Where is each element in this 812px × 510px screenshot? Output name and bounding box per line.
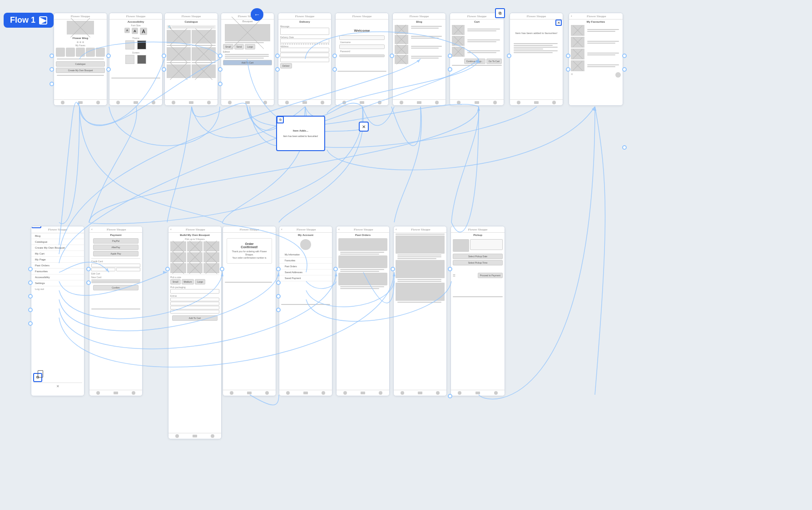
- conn-dot: [106, 67, 111, 72]
- conn-dot: [276, 267, 281, 271]
- delivery-screen: Delivery Pa... Flower Shoppe Delivery Me…: [278, 13, 332, 106]
- conn-dot: [50, 54, 54, 58]
- conn-dot: [566, 54, 570, 58]
- item-added-top-screen: Item Adde... Flower Shoppe ✕ Item has be…: [510, 13, 563, 106]
- conn-dot: [218, 82, 223, 86]
- menu-bar-screen: Menu Bar ⧉ Flower Shoppe Blog Catalogue …: [31, 226, 84, 396]
- conn-dot: [165, 267, 170, 271]
- flow-label-text: Flow 1: [10, 15, 35, 25]
- conn-dot: [390, 54, 394, 58]
- x-modal[interactable]: ✕: [359, 122, 369, 132]
- conn-dot: [622, 67, 627, 72]
- conn-dot: [28, 294, 33, 299]
- conn-dot: [332, 54, 337, 58]
- item-added-modal-text: Item has been added to favourites!: [283, 135, 318, 137]
- conn-dot: [276, 280, 281, 285]
- conn-dot: [275, 67, 280, 72]
- confirmation-screen: Confirmati... Flower Shoppe OrderConfirm…: [223, 226, 276, 396]
- conn-dot: [86, 267, 91, 271]
- conn-dot: [218, 67, 223, 72]
- home-page-screen: Home Page Flower Shoppe Flower Blog My F…: [54, 13, 107, 106]
- copy-icon-cart[interactable]: ⧉: [495, 8, 505, 18]
- conn-dot: [218, 54, 223, 58]
- conn-dot: [622, 54, 627, 58]
- conn-dot: [50, 67, 54, 72]
- item-added-modal: ⧉ Item Adde... Item has been added to fa…: [276, 116, 325, 151]
- login-screen: Login Scre... Flower Shoppe Welcome User…: [335, 13, 389, 106]
- conn-dot: [566, 67, 570, 72]
- conn-dot: [332, 67, 337, 72]
- payment-screen: Payment P... ‹ Flower Shoppe Payment Pay…: [89, 226, 143, 396]
- conn-dot: [622, 145, 627, 150]
- favourites-screen: Favourites ... ‹ Flower Shoppe My Favour…: [569, 13, 623, 106]
- blog-page-screen: Blog Page ‹ Flower Shoppe: [393, 226, 447, 396]
- menu-bar-copy-icon[interactable]: ⧉: [31, 226, 41, 228]
- play-icon: ▶: [39, 16, 47, 25]
- user-page-screen: User Page ‹ Flower Shoppe My Account My …: [279, 226, 332, 396]
- conn-dot: [391, 267, 395, 271]
- conn-dot: [28, 321, 33, 326]
- conn-dot: [448, 394, 452, 398]
- past-orders-screen: Past Order... ‹ Flower Shoppe Past Order…: [336, 226, 390, 396]
- conn-dot: [275, 54, 280, 58]
- conn-dot: [28, 308, 33, 312]
- conn-dot: [28, 267, 33, 271]
- pickup-page-screen: Pickup Page Flower Shoppe Pickup Select …: [451, 226, 505, 396]
- back-arrow-overlay[interactable]: ←: [251, 8, 263, 21]
- conn-dot: [276, 308, 281, 312]
- conn-dot: [220, 267, 224, 271]
- conn-dot: [448, 67, 452, 72]
- modal-copy-icon[interactable]: ⧉: [277, 116, 284, 123]
- build-my-own-screen: Build My o... ‹ Flower Shoppe Build My O…: [168, 226, 222, 439]
- item-page-screen: Item Page Flower Shoppe Bouquet Small Se…: [221, 13, 274, 106]
- conn-dot: [162, 54, 166, 58]
- catalogue-screen: Catalogue ... Flower Shoppe Catalogue 🔍: [164, 13, 218, 106]
- conn-dot: [162, 67, 166, 72]
- cart-page-screen: Cart Page Flower Shoppe Cart Co: [450, 13, 504, 106]
- accessibility-screen: Accessibili... Flower Shoppe Accessibili…: [109, 13, 163, 106]
- conn-dot: [448, 267, 452, 271]
- item-added-modal-title: Item Adde...: [293, 129, 308, 132]
- blog-list-screen: Blog List P... Flower Shoppe Blog: [392, 13, 446, 106]
- flow-label: Flow 1 ▶: [4, 13, 54, 28]
- conn-dot: [448, 54, 452, 58]
- conn-dot: [333, 267, 338, 271]
- conn-dot: [507, 54, 511, 58]
- conn-dot: [276, 294, 281, 299]
- conn-dot: [50, 82, 54, 86]
- conn-dot: [28, 280, 33, 285]
- conn-dot: [106, 54, 111, 58]
- conn-dot: [86, 280, 91, 285]
